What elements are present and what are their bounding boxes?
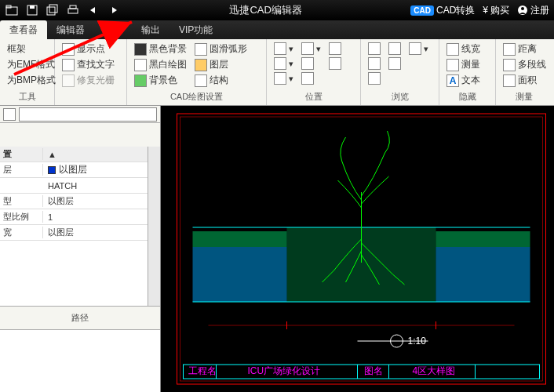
svg-rect-12: [193, 231, 287, 247]
zoom-icon: [329, 57, 341, 70]
svg-text:工程名: 工程名: [188, 365, 217, 376]
svg-point-9: [521, 7, 524, 10]
panel-toolbar: [0, 106, 160, 123]
poly-icon: [503, 59, 516, 71]
scale-text: 1:10: [408, 336, 427, 347]
tab-viewer[interactable]: 查看器: [0, 20, 47, 40]
tab-output[interactable]: 输出: [132, 20, 169, 40]
btn-pos5[interactable]: [299, 56, 323, 71]
redo-icon[interactable]: [107, 3, 121, 17]
svg-rect-5: [49, 5, 57, 13]
cursor-icon: [329, 42, 341, 55]
table-row[interactable]: 型以图层: [0, 194, 148, 209]
group-label-pos: 位置: [272, 90, 355, 103]
cad-drawing: 1:10 工程名 ICU广场绿化设计 图名 4区大样图: [161, 106, 554, 392]
saveall-icon[interactable]: [46, 3, 60, 17]
btn-text[interactable]: A文本: [444, 73, 483, 88]
tab-vip[interactable]: VIP功能: [169, 20, 222, 40]
grid4-icon: [274, 57, 286, 70]
svg-text:4区大样图: 4区大样图: [413, 365, 456, 376]
svg-rect-24: [184, 365, 540, 379]
dist-icon: [503, 43, 516, 56]
btn-polyline[interactable]: 多段线: [501, 57, 549, 72]
cad-badge: CAD: [410, 5, 434, 16]
ribbon: 框架 为EMF格式 为BMP格式 工具 显示点 查找文字 修复光栅 黑色背景 黑…: [0, 39, 554, 106]
btn-pos8[interactable]: [326, 56, 344, 71]
print-icon[interactable]: [66, 3, 80, 17]
svg-rect-7: [70, 5, 76, 9]
btn-findtext[interactable]: 查找文字: [60, 57, 117, 72]
search-icon: [62, 59, 75, 71]
arc-icon: [195, 43, 207, 56]
btn-measure[interactable]: 测量: [444, 57, 483, 72]
btn-br6[interactable]: ▾: [406, 42, 431, 56]
svg-text:图名: 图名: [364, 365, 383, 376]
cad-convert-link[interactable]: CADCAD转换: [410, 4, 475, 17]
btn-emf[interactable]: 为EMF格式: [5, 57, 58, 72]
group-label-hide: 隐藏: [444, 90, 490, 103]
linew-icon: [446, 43, 459, 56]
btn-bwdraw[interactable]: 黑白绘图: [132, 57, 189, 72]
tab-advanced[interactable]: 高级: [94, 20, 132, 40]
nav2-icon: [368, 57, 381, 70]
btn-pos1[interactable]: ▾: [272, 42, 296, 56]
btn-struct[interactable]: 结构: [192, 73, 250, 88]
workspace: 置 ▲ 层以图层 HATCH 型以图层 型比例1 宽以图层 路径: [0, 106, 554, 392]
btn-distance[interactable]: 距离: [501, 42, 549, 56]
tab-editor[interactable]: 编辑器: [47, 20, 94, 40]
btn-frame[interactable]: 框架: [5, 42, 58, 56]
btn-fixraster[interactable]: 修复光栅: [60, 73, 117, 88]
btn-bmp[interactable]: 为BMP格式: [5, 73, 58, 88]
nav6-icon: [409, 42, 421, 55]
btn-br3[interactable]: [366, 71, 383, 85]
table-row[interactable]: HATCH: [0, 178, 148, 194]
svg-rect-13: [436, 231, 530, 247]
btn-br2[interactable]: [366, 56, 383, 71]
btn-pos3[interactable]: ▾: [272, 71, 296, 85]
table-row[interactable]: 宽以图层: [0, 225, 148, 241]
move-icon: [274, 72, 286, 85]
app-title: 迅捷CAD编辑器: [121, 3, 410, 17]
buy-link[interactable]: ¥ 购买: [483, 4, 509, 17]
group-label-meas: 测量: [501, 90, 548, 103]
nav1-icon: [368, 42, 381, 55]
register-link[interactable]: 注册: [517, 4, 549, 17]
btn-blackbg[interactable]: 黑色背景: [132, 42, 189, 56]
btn-layer[interactable]: 图层: [192, 57, 250, 72]
btn-pos7[interactable]: [326, 42, 344, 56]
btn-pos2[interactable]: ▾: [272, 56, 296, 71]
path-content: [0, 329, 160, 392]
bw-icon: [134, 59, 147, 71]
properties-panel: 置 ▲ 层以图层 HATCH 型以图层 型比例1 宽以图层 路径: [0, 106, 161, 392]
drawing-canvas[interactable]: 1:10 工程名 ICU广场绿化设计 图名 4区大样图: [161, 106, 554, 392]
btn-pos4[interactable]: ▾: [299, 42, 323, 56]
svg-rect-6: [68, 9, 78, 13]
scrollbar[interactable]: [148, 147, 160, 306]
zoomout-icon: [301, 57, 314, 70]
title-bar: 迅捷CAD编辑器 CADCAD转换 ¥ 购买 注册: [0, 0, 554, 20]
btn-smootharc[interactable]: 圆滑弧形: [192, 42, 250, 56]
tool1-icon[interactable]: [3, 108, 16, 121]
save-icon[interactable]: [25, 3, 39, 17]
ruler-icon: [446, 59, 459, 71]
nav4-icon: [388, 42, 401, 55]
svg-rect-15: [193, 247, 287, 302]
btn-linewidth[interactable]: 线宽: [444, 42, 483, 56]
btn-area[interactable]: 面积: [501, 73, 549, 88]
btn-br4[interactable]: [386, 42, 403, 56]
btn-showpoint[interactable]: 显示点: [60, 42, 117, 56]
blackbg-icon: [134, 43, 147, 56]
table-row[interactable]: 型比例1: [0, 209, 148, 225]
layer-dropdown[interactable]: [19, 107, 157, 122]
svg-text:ICU广场绿化设计: ICU广场绿化设计: [248, 365, 321, 376]
btn-bgcolor[interactable]: 背景色: [132, 73, 189, 88]
btn-br1[interactable]: [366, 42, 383, 56]
open-icon[interactable]: [5, 3, 19, 17]
table-row[interactable]: 层以图层: [0, 162, 148, 178]
btn-pos6[interactable]: [299, 71, 323, 85]
layer-icon: [195, 59, 207, 71]
path-label: 路径: [0, 306, 160, 329]
undo-icon[interactable]: [86, 3, 100, 17]
svg-rect-16: [436, 247, 530, 302]
btn-br5[interactable]: [386, 56, 403, 71]
